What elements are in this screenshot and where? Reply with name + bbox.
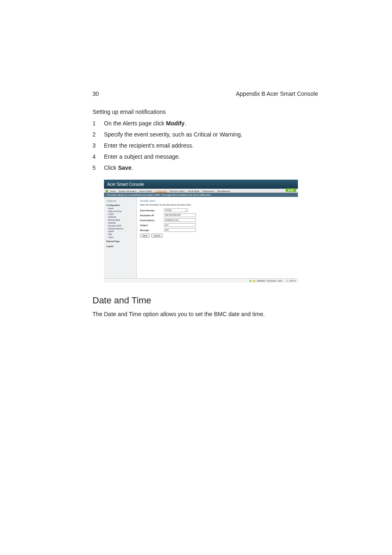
sidebar-item-date-and-time[interactable]: Date and Time bbox=[107, 210, 135, 213]
info-strip: This section allows you to upload/share … bbox=[104, 193, 298, 197]
select-event-severity[interactable]: Critical ▾ bbox=[164, 208, 188, 212]
input-subject[interactable]: test bbox=[164, 223, 196, 227]
embedded-screenshot: Acer Smart Console acer Home| System Inf… bbox=[104, 180, 298, 283]
label-subject: Subject: bbox=[140, 224, 164, 227]
form-panel: Modify Alert Enter the information for t… bbox=[137, 197, 298, 278]
save-button[interactable]: Save bbox=[140, 234, 150, 238]
step-number: 5 bbox=[92, 164, 104, 172]
label-email-address: Email Address: bbox=[140, 219, 164, 222]
step-4-text: Enter a subject and message. bbox=[104, 153, 318, 161]
sidebar-refresh[interactable]: Refresh Page bbox=[106, 240, 135, 243]
sidebar-title: Options bbox=[106, 199, 135, 202]
section-heading-date-and-time: Date and Time bbox=[92, 295, 318, 306]
tab-miscellaneous[interactable]: Miscellaneous bbox=[217, 190, 231, 192]
sidebar-item-ldap[interactable]: LDAP bbox=[107, 213, 135, 215]
protected-mode-icon bbox=[253, 280, 255, 282]
sidebar: Options Configuration Alerts Date and Ti… bbox=[104, 197, 137, 278]
appendix-label: Appendix B Acer Smart Console bbox=[236, 90, 318, 97]
sidebar-item-network[interactable]: Network bbox=[107, 222, 135, 224]
tab-system-information[interactable]: System Information bbox=[119, 190, 136, 192]
section-paragraph: The Date and Time option allows you to s… bbox=[92, 310, 318, 318]
tab-virtual-media[interactable]: Virtual Media bbox=[187, 190, 199, 192]
label-event-severity: Event Severity: bbox=[140, 209, 164, 212]
sidebar-item-radius[interactable]: RADIUS bbox=[107, 216, 135, 218]
page-number: 30 bbox=[92, 90, 99, 97]
label-message: Message: bbox=[140, 229, 164, 231]
form-title: Modify Alert bbox=[140, 199, 295, 202]
window-title: Acer Smart Console bbox=[107, 182, 144, 187]
nav-tabs: Home| System Information| Server Health|… bbox=[104, 189, 298, 193]
sidebar-item-alerts[interactable]: Alerts bbox=[107, 207, 135, 210]
subheading: Setting up email notifications bbox=[92, 109, 318, 115]
step-3-text: Enter the recipient's email address. bbox=[104, 141, 318, 150]
tab-configuration[interactable]: Configuration bbox=[155, 190, 167, 192]
tab-server-health[interactable]: Server Health bbox=[139, 190, 152, 192]
cancel-button[interactable]: Cancel bbox=[151, 234, 163, 238]
step-number: 4 bbox=[92, 153, 104, 161]
sidebar-item-users[interactable]: Users bbox=[107, 236, 135, 238]
home-icon[interactable] bbox=[106, 190, 108, 192]
step-1-text: On the Alerts page click Modify. bbox=[104, 119, 318, 128]
tab-home[interactable]: Home bbox=[110, 190, 115, 192]
status-text: 網際網路 | 受保護模式: 啟動 bbox=[257, 280, 282, 282]
step-number: 1 bbox=[92, 119, 104, 128]
internet-zone-icon bbox=[249, 280, 251, 282]
input-email-address[interactable]: test@acer.com bbox=[164, 218, 196, 222]
tab-remote-control[interactable]: Remote Control bbox=[170, 190, 184, 192]
step-number: 2 bbox=[92, 130, 104, 139]
acer-logo: acer bbox=[286, 188, 296, 192]
window-titlebar: Acer Smart Console acer bbox=[104, 180, 298, 189]
steps-list: 1 On the Alerts page click Modify. 2 Spe… bbox=[92, 119, 318, 172]
step-number: 3 bbox=[92, 141, 104, 150]
input-destination-ip[interactable]: 000.000.000.000 bbox=[164, 213, 196, 217]
chevron-down-icon: ▾ bbox=[185, 209, 187, 212]
step-5-text: Click Save. bbox=[104, 164, 318, 172]
form-description: Enter the information for the alert belo… bbox=[140, 204, 295, 206]
sidebar-item-smtp[interactable]: SMTP bbox=[107, 230, 135, 233]
input-message[interactable]: test bbox=[164, 228, 196, 232]
sidebar-item-remote-session[interactable]: Remote Session bbox=[107, 227, 135, 230]
step-2-text: Specify the event severity, such as Crit… bbox=[104, 130, 318, 139]
sidebar-item-dynamic-dns[interactable]: Dynamic DNS bbox=[107, 224, 135, 227]
label-destination-ip: Destination IP: bbox=[140, 214, 164, 217]
tab-maintenance[interactable]: Maintenance bbox=[203, 190, 214, 192]
sidebar-item-ssl[interactable]: SSL bbox=[107, 233, 135, 236]
zoom-level[interactable]: 🔍 100% ▾ bbox=[286, 280, 296, 282]
sidebar-group-configuration: Configuration bbox=[106, 204, 135, 206]
status-bar: 網際網路 | 受保護模式: 啟動 | 🔍 100% ▾ bbox=[104, 278, 298, 283]
sidebar-item-mouse-mode[interactable]: Mouse Mode bbox=[107, 219, 135, 221]
sidebar-logout[interactable]: Logout bbox=[106, 245, 135, 247]
